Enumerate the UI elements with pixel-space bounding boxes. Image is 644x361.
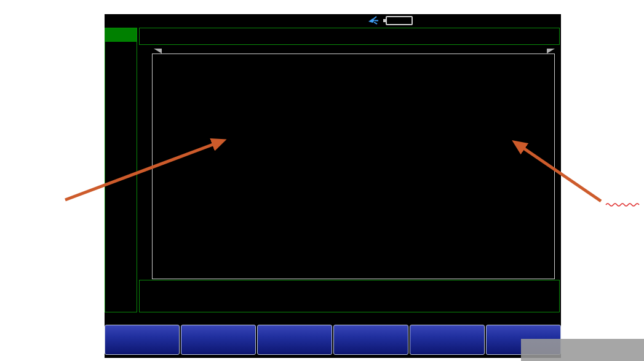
spectrum-canvas [153,54,554,279]
status-bar [105,14,561,27]
ref-marker-left-icon [154,49,162,54]
y-axis-labels [137,39,151,297]
spectrum-plot [152,54,555,279]
softkey-cf-step[interactable] [333,325,408,355]
softkey-start[interactable] [181,325,256,355]
softkey-bar [105,325,561,355]
mode-badge [105,28,137,42]
softkey-center[interactable] [105,325,180,355]
softkey-freq-span[interactable] [410,325,485,355]
analyzer-screen [105,14,561,358]
page [0,0,644,361]
softkey-stop[interactable] [257,325,332,355]
density-legend [404,28,558,44]
reference-bar [139,28,560,45]
battery-icon [386,16,413,25]
left-status-panel [105,28,137,312]
watermark [521,339,644,361]
readout-panel [139,280,560,312]
ref-marker-right-icon [547,49,555,54]
legend-gradient-bar [407,38,515,43]
wifi-underline [606,204,639,206]
external-power-icon [367,15,383,26]
